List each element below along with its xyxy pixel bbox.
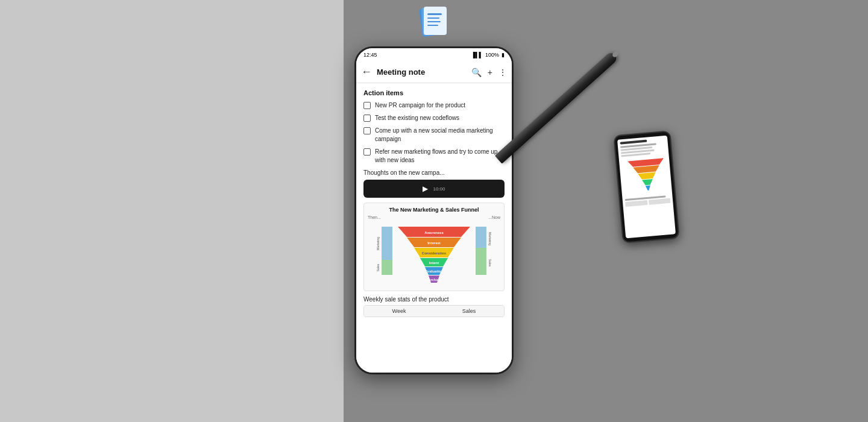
status-time: 12:45 [363,52,377,58]
svg-text:Consideration: Consideration [422,251,447,255]
svg-text:Awareness: Awareness [424,231,444,235]
funnel-chart: Awareness Interest Consideration Intent … [377,221,491,287]
svg-rect-5 [427,21,441,22]
status-bar: 12:45 ▐▌▌ 100% ▮ [356,48,512,61]
back-button[interactable]: ← [361,66,372,78]
signal-icon: ▐▌▌ [471,52,483,58]
thoughts-label: Thoughts on the new campa... [363,169,505,176]
svg-text:Sales: Sales [488,259,491,267]
svg-rect-3 [427,13,442,15]
checkbox-text-1: New PR campaign for the product [375,101,465,110]
audio-player[interactable]: ▶ 10:00 [363,180,505,198]
battery-icon: ▮ [502,52,505,58]
checkbox-4[interactable] [363,148,371,156]
play-icon[interactable]: ▶ [423,184,428,193]
mini-funnel-chart [621,156,673,197]
svg-rect-9 [476,227,486,248]
checkbox-text-4: Refer new marketing flows and try to com… [375,148,505,165]
checkbox-3[interactable] [363,127,371,134]
svg-text:Intent: Intent [429,261,439,265]
mini-chart-area [621,157,670,199]
mini-phone-screen [617,136,676,239]
app-icon-container [416,5,452,40]
audio-time: 10:00 [433,186,445,192]
app-icon [416,5,452,38]
svg-text:Evaluation: Evaluation [425,269,444,273]
tabs-row: Week Sales [363,305,505,317]
svg-rect-7 [382,227,392,260]
svg-marker-29 [638,172,656,180]
add-button[interactable]: + [488,68,492,77]
svg-rect-2 [424,7,447,35]
svg-rect-6 [427,25,438,26]
note-content: Action items New PR campaign for the pro… [356,83,512,373]
toolbar-title: Meeting note [377,68,471,77]
funnel-label-left: Then... [368,215,381,219]
checkbox-2[interactable] [363,115,371,122]
toolbar: ← Meeting note 🔍 + ⋮ [356,61,512,83]
mini-tab-2 [648,198,670,205]
weekly-stats-title: Weekly sale stats of the product [363,296,505,303]
thoughts-section: Thoughts on the new campa... ▶ 10:00 The… [363,169,505,317]
svg-text:Interest: Interest [427,241,441,245]
funnel-section: The New Marketing & Sales Funnel Then...… [363,203,505,291]
checkbox-item-1: New PR campaign for the product [363,101,505,110]
checkbox-item-4: Refer new marketing flows and try to com… [363,148,505,165]
svg-text:Sales: Sales [377,263,380,271]
svg-text:Marketing: Marketing [377,237,380,250]
funnel-title: The New Marketing & Sales Funnel [368,207,500,213]
checkbox-text-2: Test the existing new codeflows [375,114,459,122]
battery-label: 100% [485,52,499,58]
more-button[interactable]: ⋮ [498,68,507,77]
action-items-title: Action items [363,89,505,96]
tab-week[interactable]: Week [364,306,434,316]
search-button[interactable]: 🔍 [471,68,482,77]
svg-marker-31 [646,185,651,191]
checkbox-item-2: Test the existing new codeflows [363,114,505,122]
left-bg [0,0,344,422]
svg-marker-30 [642,179,653,186]
checkbox-text-3: Come up with a new social media marketin… [375,127,505,143]
checkbox-item-3: Come up with a new social media marketin… [363,127,505,143]
svg-text:Purchase: Purchase [427,278,442,282]
tab-sales[interactable]: Sales [434,306,504,316]
svg-rect-8 [382,260,392,275]
svg-text:Marketing: Marketing [488,232,491,245]
mini-tab-1 [625,200,647,207]
svg-rect-10 [476,248,486,275]
funnel-labels: Then... ...Now [368,215,500,219]
svg-rect-4 [427,17,439,19]
status-icons: ▐▌▌ 100% ▮ [471,52,505,58]
toolbar-icons: 🔍 + ⋮ [471,68,507,77]
phone-frame: 12:45 ▐▌▌ 100% ▮ ← Meeting note 🔍 + ⋮ Ac… [354,46,514,374]
checkbox-1[interactable] [363,102,371,109]
mini-phone [613,130,679,244]
funnel-label-right: ...Now [488,215,500,219]
